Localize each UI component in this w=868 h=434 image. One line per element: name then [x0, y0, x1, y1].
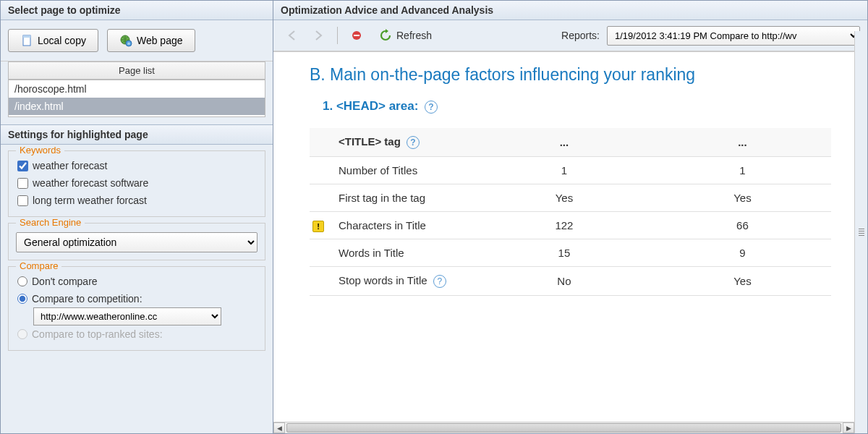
compare-top-radio	[17, 329, 27, 339]
status-cell	[310, 184, 330, 212]
table-row: Number of Titles11	[310, 157, 831, 184]
back-button[interactable]	[281, 25, 304, 46]
keyword-label: long term weather forcast	[33, 195, 147, 206]
report-body[interactable]: B. Main on-the-page factors influencing …	[273, 51, 867, 433]
stop-button[interactable]	[345, 25, 368, 46]
compare-none-radio[interactable]	[17, 276, 27, 286]
keywords-legend: Keywords	[16, 145, 64, 156]
refresh-button[interactable]: Refresh	[371, 25, 440, 46]
row-value-1: 15	[475, 239, 654, 267]
help-icon[interactable]: ?	[425, 101, 438, 114]
arrow-right-icon	[312, 29, 325, 42]
table-row: !Characters in Title12266	[310, 212, 831, 239]
report-table: <TITLE> tag ? ... ... Number of Titles11…	[310, 128, 831, 296]
local-copy-label: Local copy	[38, 35, 86, 46]
compare-top-label: Compare to top-ranked sites:	[32, 328, 163, 340]
report-title: B. Main on-the-page factors influencing …	[310, 65, 831, 85]
keyword-row[interactable]: weather forecast software	[16, 174, 258, 192]
scroll-right-arrow[interactable]: ▶	[843, 422, 854, 433]
row-value-1: Yes	[475, 184, 654, 212]
local-copy-button[interactable]: Local copy	[8, 29, 98, 52]
arrow-left-icon	[286, 29, 299, 42]
page-item[interactable]: /index.html	[9, 98, 265, 115]
status-cell	[310, 157, 330, 184]
horizontal-scrollbar[interactable]: ◀ ▶	[273, 422, 854, 433]
toolbar-separator	[337, 27, 338, 44]
help-icon[interactable]: ?	[433, 275, 446, 288]
help-icon[interactable]: ?	[407, 136, 420, 149]
row-value-2: 1	[654, 157, 831, 184]
compare-none-label: Don't compare	[32, 276, 98, 287]
compare-top-row: Compare to top-ranked sites:	[16, 326, 258, 343]
search-engine-panel: Search Engine General optimization	[8, 223, 265, 260]
row-value-1: 1	[475, 157, 654, 184]
scroll-left-arrow[interactable]: ◀	[273, 422, 285, 433]
row-label: Characters in Title	[330, 212, 475, 239]
table-row: First tag in the tagYesYes	[310, 184, 831, 212]
keyword-row[interactable]: weather forecast	[16, 157, 258, 174]
svg-rect-6	[354, 35, 359, 36]
row-label: Words in Title	[330, 239, 475, 267]
status-cell	[310, 267, 330, 296]
compare-competition-row[interactable]: Compare to competition:	[16, 290, 258, 307]
horizontal-scroll-thumb[interactable]	[286, 423, 841, 433]
keyword-checkbox[interactable]	[17, 161, 28, 171]
row-value-1: 122	[475, 212, 654, 239]
web-page-button[interactable]: + Web page	[107, 29, 195, 52]
warning-icon: !	[312, 221, 324, 232]
row-value-2: Yes	[654, 267, 831, 296]
keywords-panel: Keywords weather forecast weather foreca…	[8, 150, 265, 217]
keyword-row[interactable]: long term weather forcast	[16, 192, 258, 209]
status-cell	[310, 239, 330, 267]
row-value-2: 66	[654, 212, 831, 239]
refresh-label: Refresh	[396, 30, 432, 41]
compare-none-row[interactable]: Don't compare	[16, 273, 258, 290]
svg-rect-1	[23, 35, 30, 38]
table-header-label: <TITLE> tag ?	[330, 128, 475, 157]
keyword-checkbox[interactable]	[17, 178, 28, 189]
compare-competition-radio[interactable]	[17, 294, 27, 304]
reports-select[interactable]: 1/19/2012 3:41:19 PM Compare to http://w…	[607, 26, 860, 46]
page-list-header: Page list	[8, 61, 265, 80]
table-row: Words in Title159	[310, 239, 831, 267]
row-label: Number of Titles	[330, 157, 475, 184]
row-label: Stop words in Title ?	[330, 267, 475, 296]
toolbar: Refresh Reports: 1/19/2012 3:41:19 PM Co…	[273, 20, 867, 51]
status-col-header	[310, 128, 330, 157]
page-list[interactable]: /horoscope.html /index.html	[8, 80, 265, 117]
page-item[interactable]: /horoscope.html	[9, 80, 265, 98]
keyword-checkbox[interactable]	[17, 195, 28, 206]
row-value-1: No	[475, 267, 654, 296]
compare-competition-label: Compare to competition:	[32, 293, 142, 305]
status-cell: !	[310, 212, 330, 239]
forward-button[interactable]	[307, 25, 330, 46]
table-header-col2: ...	[475, 128, 654, 157]
stop-icon	[351, 30, 362, 41]
section-title: 1. <HEAD> area: ?	[323, 99, 831, 114]
refresh-icon	[379, 29, 392, 42]
settings-header: Settings for highlighted page	[1, 125, 273, 145]
compare-legend: Compare	[16, 260, 61, 271]
search-engine-select[interactable]: General optimization	[16, 232, 258, 252]
table-row: Stop words in Title ?NoYes	[310, 267, 831, 296]
table-header-col3: ...	[654, 128, 831, 157]
keyword-label: weather forecast software	[33, 177, 148, 189]
right-grip-strip[interactable]	[854, 31, 867, 433]
reports-label: Reports:	[561, 30, 600, 41]
row-value-2: 9	[654, 239, 831, 267]
left-header: Select page to optimize	[1, 1, 273, 20]
compare-panel: Compare Don't compare Compare to competi…	[8, 266, 265, 351]
web-page-label: Web page	[137, 35, 183, 46]
row-label: First tag in the tag	[330, 184, 475, 212]
svg-text:+: +	[127, 41, 130, 46]
grip-icon	[859, 229, 864, 236]
keyword-label: weather forecast	[33, 160, 108, 171]
competition-url-select[interactable]: http://www.weatheronline.cc	[33, 307, 221, 326]
row-value-2: Yes	[654, 184, 831, 212]
globe-icon: +	[119, 34, 132, 47]
right-header: Optimization Advice and Advanced Analysi…	[273, 1, 867, 20]
search-engine-legend: Search Engine	[16, 217, 85, 228]
document-icon	[20, 34, 33, 47]
